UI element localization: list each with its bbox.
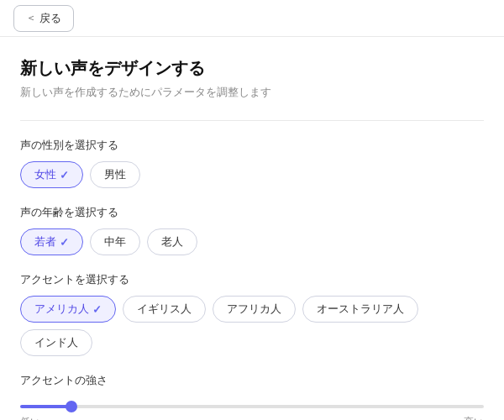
accent-option-british[interactable]: イギリス人 xyxy=(123,296,206,323)
accent-strength-section: アクセントの強さ 低い 高い xyxy=(20,373,484,420)
age-young-label: 若者 xyxy=(34,234,56,249)
slider-low-label: 低い xyxy=(20,415,40,420)
slider-high-label: 高い xyxy=(464,415,484,420)
header: ＜ 戻る xyxy=(0,0,504,37)
accent-american-label: アメリカ人 xyxy=(34,302,89,317)
chevron-left-icon: ＜ xyxy=(26,11,36,25)
check-icon-female: ✓ xyxy=(60,169,69,181)
gender-option-female[interactable]: 女性 ✓ xyxy=(20,161,83,188)
accent-indian-label: インド人 xyxy=(34,335,78,350)
accent-option-african[interactable]: アフリカ人 xyxy=(213,296,296,323)
age-section: 声の年齢を選択する 若者 ✓ 中年 老人 xyxy=(20,205,484,255)
age-options: 若者 ✓ 中年 老人 xyxy=(20,228,484,255)
gender-label: 声の性別を選択する xyxy=(20,138,484,153)
age-option-old[interactable]: 老人 xyxy=(147,228,197,255)
gender-female-label: 女性 xyxy=(34,167,56,182)
main-content: 新しい声をデザインする 新しい声を作成するためにパラメータを調整します 声の性別… xyxy=(0,37,504,420)
accent-section: アクセントを選択する アメリカ人 ✓ イギリス人 アフリカ人 オーストラリア人 … xyxy=(20,272,484,356)
accent-option-australian[interactable]: オーストラリア人 xyxy=(302,296,418,323)
age-option-young[interactable]: 若者 ✓ xyxy=(20,228,83,255)
page-title: 新しい声をデザインする xyxy=(20,57,484,80)
gender-male-label: 男性 xyxy=(104,167,126,182)
gender-options: 女性 ✓ 男性 xyxy=(20,161,484,188)
age-option-middle[interactable]: 中年 xyxy=(90,228,140,255)
accent-options: アメリカ人 ✓ イギリス人 アフリカ人 オーストラリア人 インド人 xyxy=(20,296,484,356)
accent-african-label: アフリカ人 xyxy=(227,302,281,317)
gender-option-male[interactable]: 男性 xyxy=(90,161,140,188)
age-middle-label: 中年 xyxy=(104,234,126,249)
slider-ends: 低い 高い xyxy=(20,415,484,420)
accent-label: アクセントを選択する xyxy=(20,272,484,287)
accent-option-indian[interactable]: インド人 xyxy=(20,329,92,356)
age-label: 声の年齢を選択する xyxy=(20,205,484,220)
check-icon-young: ✓ xyxy=(60,236,69,249)
gender-section: 声の性別を選択する 女性 ✓ 男性 xyxy=(20,138,484,188)
age-old-label: 老人 xyxy=(161,234,183,249)
accent-british-label: イギリス人 xyxy=(137,302,192,317)
accent-option-american[interactable]: アメリカ人 ✓ xyxy=(20,296,116,323)
page-subtitle: 新しい声を作成するためにパラメータを調整します xyxy=(20,85,484,100)
accent-strength-slider[interactable] xyxy=(20,405,484,408)
accent-strength-label: アクセントの強さ xyxy=(20,373,484,388)
check-icon-american: ✓ xyxy=(92,303,102,316)
back-label: 戻る xyxy=(39,11,61,26)
divider xyxy=(20,120,484,121)
back-button[interactable]: ＜ 戻る xyxy=(13,5,74,32)
accent-australian-label: オーストラリア人 xyxy=(317,302,404,317)
